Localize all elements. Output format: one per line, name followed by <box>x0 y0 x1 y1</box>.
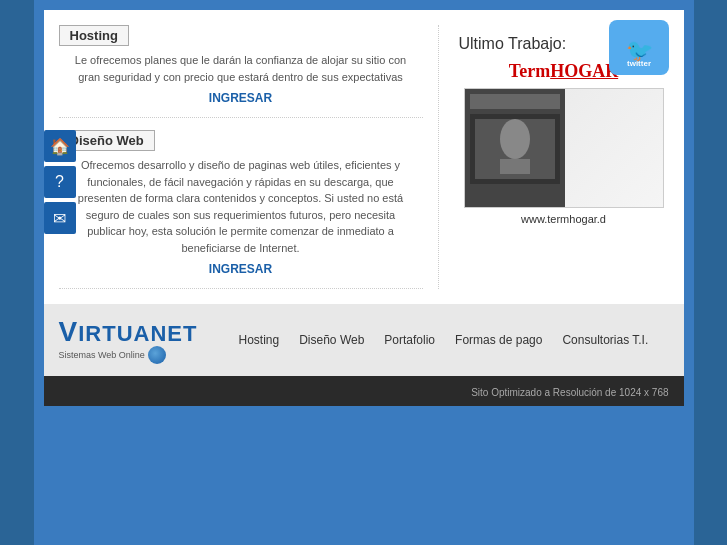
hosting-desc: Le ofrecemos planes que le darán la conf… <box>59 52 423 85</box>
svg-rect-8 <box>500 159 530 174</box>
nav-links: Hosting Diseño Web Portafolio Formas de … <box>239 333 669 347</box>
logo-text: VIRTUANET <box>59 316 198 348</box>
main-content: Hosting Le ofrecemos planes que le darán… <box>44 10 684 304</box>
hosting-ingresar[interactable]: INGRESAR <box>59 91 423 105</box>
logo-v: V <box>59 316 79 347</box>
ultimo-trabajo-title: Ultimo Trabajo: <box>459 35 567 53</box>
side-icons: 🏠 ? ✉ <box>44 130 76 234</box>
hosting-block: Hosting Le ofrecemos planes que le darán… <box>59 25 423 118</box>
website-preview <box>464 88 664 208</box>
mail-icon[interactable]: ✉ <box>44 202 76 234</box>
diseno-web-block: Diseño Web Ofrecemos desarrollo y diseño… <box>59 130 423 289</box>
bottom-bar: Sito Optimizado a Resolución de 1024 x 7… <box>44 376 684 406</box>
nav-diseno-web[interactable]: Diseño Web <box>299 333 364 347</box>
bottom-text: Sito Optimizado a Resolución de 1024 x 7… <box>471 387 668 398</box>
logo-area: VIRTUANET Sistemas Web Online <box>59 316 219 364</box>
logo-subtitle-text: Sistemas Web Online <box>59 350 145 360</box>
hosting-title: Hosting <box>59 25 129 46</box>
logo-subtitle: Sistemas Web Online <box>59 346 166 364</box>
diseno-web-desc: Ofrecemos desarrollo y diseño de paginas… <box>59 157 423 256</box>
svg-point-7 <box>500 119 530 159</box>
page-wrapper: 🏠 ? ✉ Hosting Le ofrecemos planes que le… <box>34 0 694 545</box>
nav-consultorias[interactable]: Consultorias T.I. <box>562 333 648 347</box>
diseno-web-ingresar[interactable]: INGRESAR <box>59 262 423 276</box>
help-icon[interactable]: ? <box>44 166 76 198</box>
nav-hosting[interactable]: Hosting <box>239 333 280 347</box>
footer-nav: VIRTUANET Sistemas Web Online Hosting Di… <box>44 304 684 376</box>
globe-icon <box>148 346 166 364</box>
termhogar-prefix: Term <box>509 61 550 81</box>
nav-portafolio[interactable]: Portafolio <box>384 333 435 347</box>
twitter-bird-icon: 🐦 twitter <box>609 20 669 75</box>
right-panel: 🐦 twitter Ultimo Trabajo: TermHOGAR <box>449 25 669 289</box>
svg-rect-4 <box>470 94 560 109</box>
svg-text:twitter: twitter <box>627 59 651 68</box>
left-panel: Hosting Le ofrecemos planes que le darán… <box>59 25 439 289</box>
home-icon[interactable]: 🏠 <box>44 130 76 162</box>
logo-rest: IRTUANET <box>78 321 197 346</box>
termhogar-logo: TermHOGAR <box>509 61 618 82</box>
website-url: www.termhogar.d <box>521 213 606 225</box>
preview-main-image <box>465 89 565 208</box>
nav-formas-pago[interactable]: Formas de pago <box>455 333 542 347</box>
